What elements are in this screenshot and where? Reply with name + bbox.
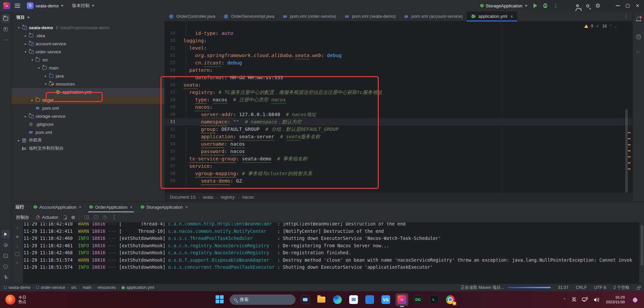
tree-item--[interactable]: 临时文件和控制台 — [11, 144, 165, 152]
tree-item-application.yml[interactable]: application.yml — [11, 88, 165, 96]
code-line-19[interactable]: 19 id-type: auto — [165, 30, 633, 37]
chrome-button[interactable]: M — [444, 293, 457, 306]
gradle-tool-button[interactable]: ⋯ — [634, 48, 643, 56]
warning-stripe-mark[interactable] — [628, 168, 631, 169]
code-line-36[interactable]: 36 tx-service-group: seata-demo # 事务组名称 — [165, 155, 633, 162]
chevron-collapsed-icon[interactable]: ▸ — [16, 139, 21, 142]
code-line-35[interactable]: 35 password: nacos — [165, 148, 633, 155]
taskbar-search[interactable]: 搜索 — [230, 295, 295, 305]
code-line-29[interactable]: 29 nacos: — [165, 103, 633, 111]
code-line-32[interactable]: 32 group: DEFAULT_GROUP # 分组，默认是DEFAULT_… — [165, 125, 633, 133]
settings-gear-icon[interactable]: ⚙ — [595, 2, 600, 9]
code-editor[interactable]: 19 id-type: auto20logging:21 level:22 or… — [165, 21, 633, 193]
editor-tab-OrderServiceImpl.java[interactable]: COrderServiceImpl.java — [219, 11, 278, 21]
task-view-button[interactable] — [299, 293, 312, 306]
chevron-expanded-icon[interactable]: ▾ — [36, 66, 42, 70]
breadcrumb-item[interactable]: Document 1/1 — [170, 195, 196, 200]
tree-item-order-service[interactable]: ▾order-service — [11, 48, 165, 56]
editor-tab-pom.xml-seata-demo-[interactable]: mpom.xml (seata-demo) — [340, 11, 400, 21]
tab-options-icon[interactable]: ⋮ — [624, 11, 633, 21]
chevron-collapsed-icon[interactable]: ▸ — [30, 98, 35, 102]
code-line-37[interactable]: 37 service: — [165, 162, 633, 170]
run-tab-OrderApplication[interactable]: OrderApplication× — [86, 202, 136, 212]
code-with-me-icon[interactable] — [576, 4, 579, 7]
run-tab-AccountApplication[interactable]: AccountApplication× — [30, 202, 85, 212]
tab-close-icon[interactable]: × — [79, 205, 82, 210]
tab-close-icon[interactable]: × — [130, 205, 133, 210]
code-line-34[interactable]: 34 username: nacos — [165, 140, 633, 148]
inspections-widget[interactable]: 9 ✓ 16 ⌃ ⌃ — [584, 23, 617, 29]
code-line-31[interactable]: 31 namespace: "" # namespace，默认为空 — [165, 118, 633, 125]
line-ending[interactable]: CRLF — [576, 285, 587, 290]
code-line-30[interactable]: 30 server-addr: 127.0.0.1:8848 # nacos地址 — [165, 111, 633, 118]
problems-tool-button[interactable]: ! — [1, 262, 10, 271]
prev-problem-icon[interactable]: ⌃ — [609, 24, 612, 28]
thread-dump-icon[interactable] — [85, 215, 89, 219]
vcs-widget[interactable]: 版本控制 — [70, 1, 96, 10]
code-line-25[interactable]: 25 dateformat: MM-dd HH:mm:ss:SSS — [165, 74, 633, 81]
maven-progress[interactable]: 正在读取 Maven 项目... — [461, 285, 551, 291]
code-line-20[interactable]: 20logging: — [165, 37, 633, 44]
indent-setting[interactable]: 2 个空格 — [613, 285, 630, 291]
edge-button[interactable] — [331, 293, 344, 306]
ime-indicator[interactable]: 英 — [572, 297, 577, 303]
chevron-expanded-icon[interactable]: ▾ — [16, 26, 21, 30]
unlock-icon[interactable] — [637, 287, 640, 290]
file-explorer-button[interactable] — [315, 293, 328, 306]
tree-item-.gitignore[interactable]: ⊘.gitignore — [11, 120, 165, 128]
more-actions-icon[interactable]: ⋮ — [553, 4, 555, 7]
code-line-38[interactable]: 38 vgroup-mapping: # 事务组与cluster的映射关系 — [165, 170, 633, 177]
tree-item--[interactable]: ▸外部库 — [11, 136, 165, 144]
stop-button[interactable] — [72, 216, 75, 219]
tree-item-resources[interactable]: ▾resources — [11, 80, 165, 88]
debug-button[interactable] — [543, 3, 547, 8]
project-tool-button[interactable] — [1, 14, 10, 23]
warning-stripe-mark[interactable] — [628, 150, 631, 151]
editor-scrollbar[interactable] — [625, 109, 628, 193]
soft-wrap-icon[interactable]: ≡ — [16, 234, 19, 239]
warning-stripe-mark[interactable] — [628, 138, 631, 139]
hidden-icons-chevron[interactable]: ⌃ — [563, 298, 566, 302]
code-line-33[interactable]: 33 application: seata-server # seata服务名称 — [165, 133, 633, 140]
chevron-collapsed-icon[interactable]: ▸ — [43, 74, 48, 78]
warning-stripe-mark[interactable] — [628, 132, 631, 133]
services-tool-button[interactable] — [1, 241, 10, 249]
console-scrollbar[interactable] — [641, 225, 643, 265]
tree-item-src[interactable]: ▾src — [11, 56, 165, 64]
notifications-bell-icon[interactable] — [634, 14, 643, 23]
status-crumb-src[interactable]: src — [71, 285, 77, 290]
breadcrumb-item[interactable]: seata: — [203, 195, 214, 200]
run-tool-button[interactable] — [1, 230, 10, 239]
editor-tab-application.yml[interactable]: application.yml× — [467, 11, 517, 21]
console-output[interactable]: 11-29 11:18:42:410 WARN 18816 --- [ Thre… — [24, 222, 639, 284]
project-widget[interactable]: S seata-demo — [25, 1, 65, 10]
status-crumb-seata-demo[interactable]: seata-demo — [4, 285, 31, 290]
file-encoding[interactable]: UTF-8 — [594, 285, 606, 290]
network-icon[interactable] — [582, 297, 588, 302]
tab-close-icon[interactable]: × — [185, 205, 188, 210]
database-tool-button[interactable] — [634, 31, 643, 40]
terminal-tool-button[interactable]: >_ — [1, 251, 10, 260]
blue-app-button[interactable] — [363, 293, 376, 306]
tree-item-storage-service[interactable]: ▸storage-service — [11, 112, 165, 120]
history-icon[interactable] — [103, 215, 107, 219]
rerun-button[interactable] — [63, 215, 67, 219]
caret-position[interactable]: 31:37 — [558, 285, 568, 290]
warning-stripe-mark[interactable] — [628, 156, 631, 157]
tree-item-seata-demo[interactable]: ▾seata-demoE:\IdeaProjects\seata-demo — [11, 23, 165, 32]
code-line-22[interactable]: 22 org.springframework.cloud.alibaba.sea… — [165, 52, 633, 59]
code-line-26[interactable]: 26seata: — [165, 81, 633, 89]
next-problem-icon[interactable]: ⌃ — [614, 24, 617, 28]
status-crumb-main[interactable]: main — [83, 285, 92, 290]
run-configuration-selector[interactable]: StorageApplication — [480, 3, 527, 8]
status-crumb-resources[interactable]: resources — [97, 285, 116, 290]
editor-tab-pom.xml-order-service-[interactable]: mpom.xml (order-service) — [278, 11, 340, 21]
tree-item-target[interactable]: ▸target — [11, 96, 165, 104]
more-tools-button[interactable]: ⋯ — [1, 36, 10, 44]
breadcrumb-item[interactable]: registry: — [221, 195, 235, 200]
code-line-27[interactable]: 27 registry: # TC服务注册中心的配置，微服务根据这些信息去注册中… — [165, 89, 633, 96]
window-close-button[interactable]: × — [636, 3, 639, 8]
chevron-collapsed-icon[interactable]: ▸ — [23, 42, 28, 46]
scroll-end-icon[interactable]: ↓ — [16, 243, 18, 248]
chevron-collapsed-icon[interactable]: ▸ — [23, 34, 28, 38]
